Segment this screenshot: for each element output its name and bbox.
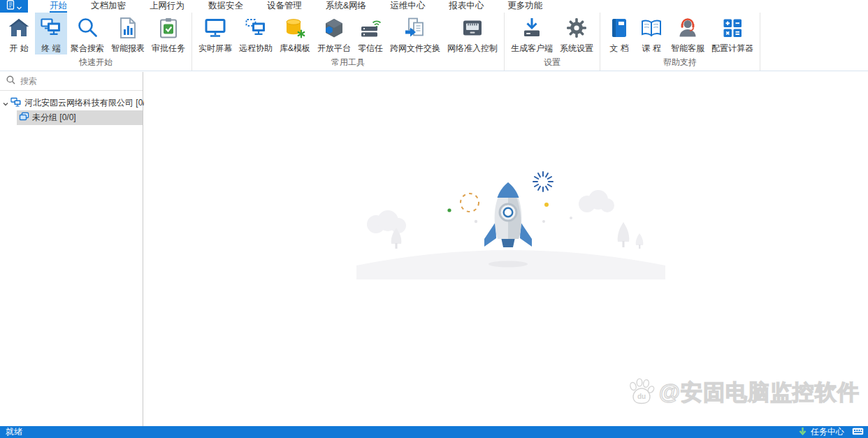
- ribbon-button-smart-service[interactable]: 智能客服: [667, 13, 708, 54]
- network-access-icon: [461, 16, 484, 40]
- terminal-icon: [39, 16, 63, 40]
- smart-report-icon: [116, 16, 140, 40]
- tree-node-label: 未分组 [0/0]: [32, 112, 76, 124]
- ribbon-button-course[interactable]: 课 程: [635, 13, 667, 54]
- ribbon-group-label: 帮助支持: [603, 54, 757, 71]
- ribbon-button-document[interactable]: 文 档: [603, 13, 635, 54]
- ribbon-button-realtime-screen[interactable]: 实时屏幕: [195, 13, 236, 54]
- ribbon-button-zero-trust[interactable]: 零信任: [354, 13, 386, 54]
- system-settings-icon: [565, 16, 588, 40]
- task-center-link[interactable]: 任务中心: [811, 426, 844, 438]
- ribbon-group-label: 常用工具: [195, 54, 501, 71]
- baidu-paw-icon: du: [627, 377, 656, 408]
- ribbon-button-label: 零信任: [358, 43, 383, 54]
- burst-spinner: [533, 172, 553, 191]
- device-tree: 河北安固云网络科技有限公司 [0/0] 未分组 [0/0]: [0, 91, 143, 125]
- aggregate-search-icon: [75, 16, 99, 40]
- ribbon-button-label: 课 程: [642, 43, 660, 54]
- tab-device-management[interactable]: 设备管理: [267, 0, 302, 13]
- ribbon-button-smart-report[interactable]: 智能报表: [108, 13, 148, 54]
- ribbon-group-label: 快速开始: [3, 54, 189, 71]
- ribbon-button-library-template[interactable]: 库&模板: [276, 13, 314, 54]
- device-tree-panel: 河北安固云网络科技有限公司 [0/0] 未分组 [0/0]: [0, 72, 143, 426]
- chevron-expanded-icon[interactable]: [2, 100, 9, 107]
- ribbon-button-generate-client[interactable]: 生成客户端: [507, 13, 556, 54]
- ribbon-group-common-tools: 实时屏幕 远程协助 库&模板: [192, 13, 505, 71]
- watermark: du @安固电脑监控软件: [627, 377, 860, 408]
- ribbon-toolbar: 开 始 终 端 聚合搜索: [0, 13, 868, 71]
- tab-internet-behavior[interactable]: 上网行为: [150, 0, 185, 13]
- ribbon-button-open-platform[interactable]: 开放平台: [314, 13, 354, 54]
- ribbon-button-label: 生成客户端: [511, 43, 553, 54]
- ribbon-button-label: 文 档: [609, 43, 628, 54]
- ribbon-group-help-support: 文 档 课 程 智能客服: [600, 13, 760, 71]
- tab-ops-center[interactable]: 运维中心: [390, 0, 425, 13]
- app-menu-button[interactable]: [0, 0, 28, 13]
- ribbon-button-label: 配置计算器: [711, 43, 753, 54]
- status-bar: 就绪 任务中心: [0, 426, 868, 438]
- realtime-screen-icon: [203, 16, 227, 40]
- computer-group-icon: [10, 97, 22, 110]
- ribbon-button-label: 聚合搜索: [71, 43, 104, 54]
- tree-node-label: 河北安固云网络科技有限公司 [0/0]: [24, 97, 152, 109]
- ribbon-button-label: 终 端: [41, 43, 60, 54]
- dashed-circle: [461, 194, 479, 212]
- ribbon-group-quick-start: 开 始 终 端 聚合搜索: [0, 13, 192, 71]
- tab-system-network[interactable]: 系统&网络: [326, 0, 366, 13]
- tab-start[interactable]: 开始: [50, 0, 67, 13]
- download-arrow-icon: [798, 427, 807, 438]
- computer-icon: [19, 112, 29, 124]
- yellow-dot: [544, 203, 549, 207]
- ribbon-button-label: 系统设置: [560, 43, 593, 54]
- ribbon-group-settings: 生成客户端 系统设置 设置: [505, 13, 600, 71]
- config-calculator-icon: [721, 16, 744, 40]
- search-bar: [0, 72, 143, 91]
- tab-data-security[interactable]: 数据安全: [208, 0, 243, 13]
- svg-text:du: du: [637, 393, 646, 400]
- search-input[interactable]: [20, 76, 136, 86]
- ribbon-button-approval-task[interactable]: 审批任务: [148, 13, 189, 54]
- ribbon-button-home[interactable]: 开 始: [3, 13, 35, 54]
- cross-network-file-icon: [403, 16, 427, 40]
- tree-node-company[interactable]: 河北安固云网络科技有限公司 [0/0]: [0, 96, 143, 110]
- ribbon-button-config-calculator[interactable]: 配置计算器: [708, 13, 757, 54]
- tree-node-ungrouped[interactable]: 未分组 [0/0]: [17, 110, 143, 125]
- remote-assist-icon: [244, 16, 268, 40]
- ribbon-button-network-access[interactable]: 网络准入控制: [444, 13, 501, 54]
- cloud-right: [579, 190, 614, 212]
- ribbon-button-label: 库&模板: [280, 43, 310, 54]
- main-content: du @安固电脑监控软件: [144, 72, 868, 426]
- ribbon-button-label: 智能客服: [671, 43, 704, 54]
- ribbon-group-label: 设置: [507, 54, 597, 71]
- keyboard-icon[interactable]: [852, 428, 864, 437]
- green-dot: [447, 208, 451, 212]
- menu-tabs: 开始 文档加密 上网行为 数据安全 设备管理 系统&网络 运维中心 报表中心 更…: [38, 0, 554, 13]
- ribbon-button-label: 网络准入控制: [447, 43, 498, 54]
- app-menu-icon: [6, 0, 15, 13]
- ribbon-button-aggregate-search[interactable]: 聚合搜索: [67, 13, 108, 54]
- ribbon-button-label: 跨网文件交换: [390, 43, 440, 54]
- ribbon-button-terminal[interactable]: 终 端: [35, 13, 67, 54]
- ribbon-button-label: 智能报表: [111, 43, 145, 54]
- course-icon: [639, 16, 663, 40]
- app-window: 开始 文档加密 上网行为 数据安全 设备管理 系统&网络 运维中心 报表中心 更…: [0, 0, 868, 438]
- tab-doc-encryption[interactable]: 文档加密: [91, 0, 126, 13]
- approval-task-icon: [157, 16, 180, 40]
- open-platform-icon: [322, 16, 346, 40]
- ribbon-button-remote-assist[interactable]: 远程协助: [236, 13, 276, 54]
- ribbon-button-label: 开放平台: [317, 43, 351, 54]
- ribbon-button-system-settings[interactable]: 系统设置: [556, 13, 597, 54]
- ribbon-button-label: 远程协助: [239, 43, 273, 54]
- tab-more-features[interactable]: 更多功能: [507, 0, 542, 13]
- menu-bar: 开始 文档加密 上网行为 数据安全 设备管理 系统&网络 运维中心 报表中心 更…: [0, 0, 868, 13]
- ribbon-button-cross-network-file[interactable]: 跨网文件交换: [386, 13, 444, 54]
- tab-report-center[interactable]: 报表中心: [449, 0, 484, 13]
- smart-service-icon: [676, 16, 700, 40]
- zero-trust-icon: [359, 16, 382, 40]
- watermark-text: @安固电脑监控软件: [659, 378, 860, 407]
- tree-right: [618, 222, 644, 249]
- empty-state-illustration: [349, 159, 671, 279]
- ribbon-button-label: 开 始: [9, 43, 28, 54]
- status-ready-text: 就绪: [0, 426, 22, 438]
- document-icon: [607, 16, 631, 40]
